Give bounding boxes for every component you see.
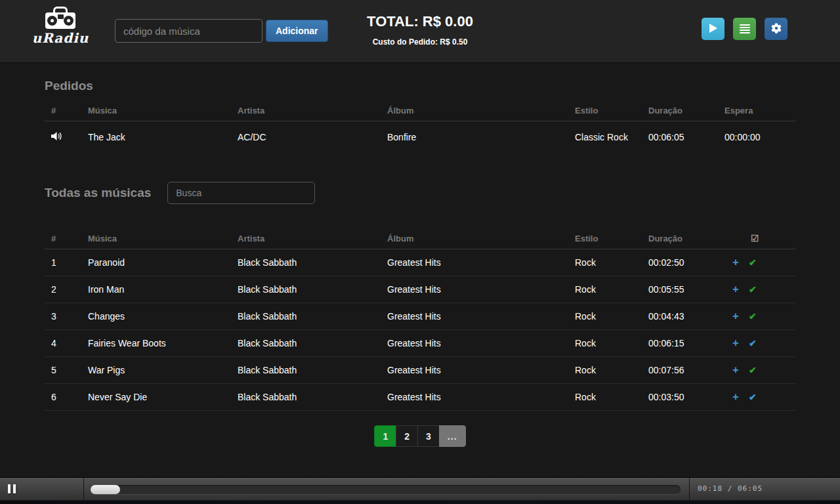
add-to-order-button[interactable]: + <box>732 364 739 377</box>
seek-progress[interactable] <box>91 485 120 494</box>
cell-num: 5 <box>45 357 81 384</box>
pause-button[interactable] <box>8 484 21 494</box>
app-header: uRadiu Adicionar TOTAL: R$ 0.00 Custo do… <box>0 0 840 63</box>
cell-estilo: Rock <box>568 330 642 357</box>
cell-duracao: 00:02:50 <box>642 249 718 276</box>
cell-artista: Black Sabbath <box>231 384 381 411</box>
songs-header-row: #MúsicaArtistaÁlbumEstiloDuração☑ <box>45 227 795 249</box>
check-icon[interactable]: ✔ <box>749 392 757 402</box>
cell-duracao: 00:07:56 <box>642 357 718 384</box>
boombox-logo-icon <box>45 7 75 29</box>
add-to-order-button[interactable]: + <box>732 283 739 296</box>
now-playing-cell <box>45 121 81 154</box>
cell-artista: Black Sabbath <box>231 357 381 384</box>
cell-duracao: 00:03:50 <box>642 384 718 411</box>
pedidos-title: Pedidos <box>45 79 795 93</box>
queue-list-button[interactable] <box>733 18 756 40</box>
cell-estilo: Rock <box>568 249 642 276</box>
column-header: # <box>45 100 81 121</box>
cell-artista: Black Sabbath <box>231 249 381 276</box>
cell-musica: War Pigs <box>81 357 231 384</box>
column-header: Música <box>81 227 231 249</box>
list-icon <box>740 23 750 35</box>
column-header: Artista <box>231 227 381 249</box>
cell-album: Greatest Hits <box>381 357 568 384</box>
player-divider <box>689 478 690 501</box>
cell-duracao: 00:06:15 <box>642 330 718 357</box>
column-header: Música <box>81 100 231 121</box>
song-code-input[interactable] <box>115 19 262 43</box>
add-to-order-button[interactable]: + <box>732 310 739 323</box>
cell-espera: 00:00:00 <box>718 121 795 154</box>
pedidos-header-row: #MúsicaArtistaÁlbumEstiloDuraçãoEspera <box>45 100 795 121</box>
cell-album: Greatest Hits <box>381 276 568 303</box>
song-row: 4Fairies Wear BootsBlack SabbathGreatest… <box>45 330 795 357</box>
totals-panel: TOTAL: R$ 0.00 Custo do Pedido: R$ 0.50 <box>367 13 473 47</box>
song-row: 2Iron ManBlack SabbathGreatest HitsRock0… <box>45 276 795 303</box>
song-row: 1ParanoidBlack SabbathGreatest HitsRock0… <box>45 249 795 276</box>
add-to-order-button[interactable]: + <box>732 390 739 404</box>
check-icon[interactable]: ✔ <box>749 365 757 375</box>
check-icon[interactable]: ✔ <box>749 284 757 295</box>
cell-num: 1 <box>45 249 81 276</box>
check-icon[interactable]: ✔ <box>749 311 757 322</box>
cell-duracao: 00:05:55 <box>642 276 718 303</box>
header-actions <box>702 18 788 40</box>
player-bar: 00:18 / 06:05 <box>0 477 840 500</box>
add-to-order-button[interactable]: + <box>732 256 739 269</box>
play-button[interactable] <box>702 18 724 40</box>
actions-cell: +✔ <box>718 357 795 384</box>
pagination-page-2[interactable]: 2 <box>396 425 418 447</box>
column-header: Estilo <box>568 227 642 249</box>
cell-album: Greatest Hits <box>381 384 568 411</box>
seek-bar[interactable] <box>91 485 681 494</box>
cell-musica: Never Say Die <box>81 384 231 411</box>
actions-cell: +✔ <box>718 249 795 276</box>
main-content: Pedidos #MúsicaArtistaÁlbumEstiloDuração… <box>45 63 795 447</box>
actions-cell: +✔ <box>718 330 795 357</box>
cell-num: 6 <box>45 384 81 411</box>
cell-album: Greatest Hits <box>381 249 568 276</box>
order-cost: Custo do Pedido: R$ 0.50 <box>367 37 473 47</box>
logo-text: uRadiu <box>32 30 89 46</box>
cell-artista: Black Sabbath <box>231 330 381 357</box>
pagination: 123... <box>45 425 795 447</box>
search-input[interactable] <box>167 182 315 204</box>
column-header: Álbum <box>381 100 568 121</box>
cell-artista: AC/DC <box>231 121 381 154</box>
add-song-code-button[interactable]: Adicionar <box>266 20 328 42</box>
cell-album: Bonfire <box>381 121 568 154</box>
cell-musica: Fairies Wear Boots <box>81 330 231 357</box>
cell-album: Greatest Hits <box>381 330 568 357</box>
check-icon[interactable]: ✔ <box>749 338 757 348</box>
column-header: Estilo <box>568 100 642 121</box>
cell-estilo: Classic Rock <box>568 121 642 154</box>
pause-icon <box>8 484 10 494</box>
column-header: Duração <box>642 227 718 249</box>
cell-num: 4 <box>45 330 81 357</box>
check-icon[interactable]: ✔ <box>749 257 757 268</box>
songs-table-body: 1ParanoidBlack SabbathGreatest HitsRock0… <box>45 249 795 411</box>
song-row: 6Never Say DieBlack SabbathGreatest Hits… <box>45 384 795 411</box>
add-to-order-button[interactable]: + <box>732 337 739 350</box>
pedidos-table: #MúsicaArtistaÁlbumEstiloDuraçãoEspera T… <box>45 100 795 153</box>
cell-artista: Black Sabbath <box>231 303 381 330</box>
pagination-page-more[interactable]: ... <box>439 425 466 447</box>
pagination-page-3[interactable]: 3 <box>417 425 440 447</box>
pagination-page-1[interactable]: 1 <box>374 425 396 447</box>
app-logo[interactable]: uRadiu <box>32 7 89 46</box>
cell-estilo: Rock <box>568 357 642 384</box>
play-icon <box>709 24 717 35</box>
select-column-header: ☑ <box>718 227 795 249</box>
cell-duracao: 00:04:43 <box>642 303 718 330</box>
column-header: # <box>45 227 81 249</box>
checkbox-header-icon[interactable]: ☑ <box>751 233 759 243</box>
cell-musica: The Jack <box>81 121 231 154</box>
cell-duracao: 00:06:05 <box>642 121 718 154</box>
actions-cell: +✔ <box>718 384 795 411</box>
todas-header: Todas as músicas <box>45 182 795 204</box>
cell-num: 2 <box>45 276 81 303</box>
actions-cell: +✔ <box>718 303 795 330</box>
settings-button[interactable] <box>765 18 788 40</box>
cell-estilo: Rock <box>568 384 642 411</box>
